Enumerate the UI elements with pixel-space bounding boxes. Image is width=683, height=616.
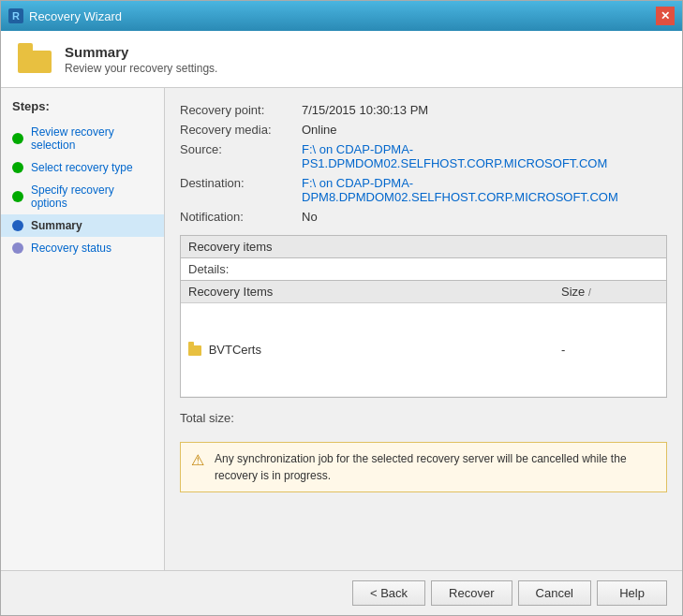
details-label: Details: <box>181 258 666 280</box>
recovery-items-section: Recovery items Details: Recovery Items S… <box>180 235 667 398</box>
close-button[interactable]: ✕ <box>656 7 675 25</box>
table-cell-name: BVTCerts <box>181 303 554 397</box>
warning-box: ⚠ Any synchronization job for the select… <box>180 442 667 492</box>
recovery-items-table: Recovery Items Size / BVTCe <box>181 280 666 397</box>
step-dot-review <box>12 133 23 144</box>
recovery-media-value: Online <box>302 123 337 137</box>
notification-value: No <box>302 210 318 224</box>
header-icon-area <box>16 40 53 78</box>
row-folder-icon <box>188 345 201 356</box>
info-table: Recovery point: 7/15/2015 10:30:13 PM Re… <box>180 103 667 224</box>
sidebar-item-review-recovery-selection[interactable]: Review recovery selection <box>1 121 164 156</box>
sidebar-item-summary[interactable]: Summary <box>1 214 164 237</box>
step-label-summary: Summary <box>31 219 82 232</box>
window-title: Recovery Wizard <box>29 9 122 23</box>
table-body: BVTCerts - <box>181 303 666 397</box>
table-header-row: Recovery Items Size / <box>181 281 666 303</box>
header-text: Summary Review your recovery settings. <box>65 44 217 75</box>
recovery-point-row: Recovery point: 7/15/2015 10:30:13 PM <box>180 103 667 117</box>
folder-icon <box>18 45 52 73</box>
destination-row: Destination: F:\ on CDAP-DPMA-DPM8.DPMDO… <box>180 176 667 204</box>
recover-button[interactable]: Recover <box>431 580 512 606</box>
main-panel: Recovery point: 7/15/2015 10:30:13 PM Re… <box>165 88 682 570</box>
warning-text: Any synchronization job for the selected… <box>215 450 659 484</box>
col-size: Size / <box>554 281 666 303</box>
step-dot-select <box>12 162 23 173</box>
recovery-items-header: Recovery items <box>181 236 666 258</box>
recovery-point-label: Recovery point: <box>180 103 302 117</box>
step-label-review: Review recovery selection <box>31 125 153 152</box>
table-cell-size: - <box>554 303 666 397</box>
step-label-specify: Specify recovery options <box>31 183 153 210</box>
sidebar: Steps: Review recovery selection Select … <box>1 88 165 570</box>
content-area: Steps: Review recovery selection Select … <box>1 88 682 570</box>
destination-value: F:\ on CDAP-DPMA-DPM8.DPMDOM02.SELFHOST.… <box>302 176 667 204</box>
warning-icon: ⚠ <box>188 450 207 469</box>
steps-label: Steps: <box>1 99 164 121</box>
recovery-media-label: Recovery media: <box>180 123 302 137</box>
sidebar-item-select-recovery-type[interactable]: Select recovery type <box>1 156 164 179</box>
cancel-button[interactable]: Cancel <box>518 580 591 606</box>
recovery-point-value: 7/15/2015 10:30:13 PM <box>302 103 428 117</box>
title-bar-left: R Recovery Wizard <box>8 8 122 23</box>
sort-arrow: / <box>588 287 591 298</box>
step-dot-summary <box>12 220 23 231</box>
item-name: BVTCerts <box>209 343 261 357</box>
footer: < Back Recover Cancel Help <box>1 570 682 615</box>
step-label-select: Select recovery type <box>31 161 133 174</box>
header-bar: Summary Review your recovery settings. <box>1 31 682 88</box>
back-button[interactable]: < Back <box>352 580 425 606</box>
total-size-row: Total size: <box>180 405 667 431</box>
notification-row: Notification: No <box>180 210 667 224</box>
step-dot-specify <box>12 191 23 202</box>
sidebar-item-specify-recovery-options[interactable]: Specify recovery options <box>1 179 164 214</box>
source-row: Source: F:\ on CDAP-DPMA-PS1.DPMDOM02.SE… <box>180 142 667 170</box>
destination-label: Destination: <box>180 176 302 190</box>
table-row: BVTCerts - <box>181 303 666 397</box>
help-button[interactable]: Help <box>597 580 667 606</box>
recovery-media-row: Recovery media: Online <box>180 123 667 137</box>
col-recovery-items: Recovery Items <box>181 281 554 303</box>
total-size-label: Total size: <box>180 411 234 425</box>
recovery-wizard-window: R Recovery Wizard ✕ Summary Review your … <box>0 0 683 616</box>
title-bar: R Recovery Wizard ✕ <box>1 1 682 31</box>
sidebar-item-recovery-status[interactable]: Recovery status <box>1 237 164 259</box>
notification-label: Notification: <box>180 210 302 224</box>
source-value: F:\ on CDAP-DPMA-PS1.DPMDOM02.SELFHOST.C… <box>302 142 667 170</box>
step-label-recovery-status: Recovery status <box>31 242 111 255</box>
source-label: Source: <box>180 142 302 156</box>
page-title: Summary <box>65 44 217 60</box>
page-subtitle: Review your recovery settings. <box>65 62 217 75</box>
step-dot-recovery-status <box>12 242 23 254</box>
app-icon: R <box>8 8 23 23</box>
